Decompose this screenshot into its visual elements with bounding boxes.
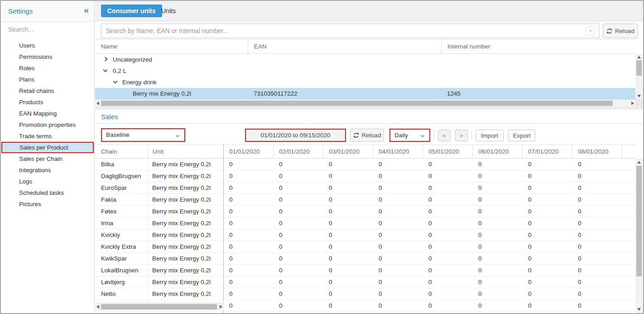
unit-name: Berry mix Energy 0,2l (152, 253, 211, 264)
scroll-up-arrow-icon[interactable] (637, 161, 641, 164)
sidebar-item-products[interactable]: Products (1, 97, 94, 108)
scroll-left-arrow-icon[interactable] (96, 305, 99, 309)
reload-products-button[interactable]: Reload (603, 24, 638, 38)
sales-table-row[interactable]: KvicklyBerry mix Energy 0,2l00000000 (95, 229, 635, 241)
sales-value-cell: 0 (279, 170, 283, 182)
frozen-pane-divider (223, 145, 224, 313)
sales-value-cell: 0 (528, 229, 532, 241)
reload-sales-button[interactable]: Reload (350, 129, 384, 142)
sidebar-item-promotion-properties[interactable]: Promotion properties (1, 119, 94, 130)
scrollbar-thumb[interactable] (636, 166, 642, 276)
sales-table-row[interactable]: FaktaBerry mix Energy 0,2l00000000 (95, 194, 635, 206)
sidebar-item-scheduled-tasks[interactable]: Scheduled tasks (1, 187, 94, 198)
sidebar-item-sales-per-product[interactable]: Sales per Product (1, 142, 94, 153)
sales-table-row[interactable]: EuroSparBerry mix Energy 0,2l00000000 (95, 182, 635, 194)
dataset-select[interactable]: Baseline (101, 128, 185, 142)
collapse-sidebar-icon[interactable]: « (84, 5, 89, 15)
unit-name: Berry mix Energy 0,2l (152, 159, 211, 170)
sales-value-cell: 0 (578, 194, 582, 205)
scroll-up-arrow-icon[interactable] (637, 56, 641, 58)
column-header-date[interactable]: 08/01/2020 (572, 145, 622, 159)
column-header-date[interactable]: 07/01/2020 (523, 145, 572, 159)
column-header-name[interactable]: Name (95, 39, 248, 54)
export-button[interactable]: Export (508, 130, 535, 141)
sales-table-row[interactable]: LøvbjergBerry mix Energy 0,2l00000000 (95, 276, 635, 288)
sales-table-row[interactable]: NettoBerry mix Energy 0,2l00000000 (95, 288, 635, 300)
sidebar-item-retail-chains[interactable]: Retail chains (1, 85, 94, 97)
sales-value-cell: 0 (478, 159, 482, 170)
tab-units[interactable]: Units (155, 5, 182, 17)
sidebar-item-pictures[interactable]: Pictures (1, 198, 94, 210)
sales-value-cell: 0 (578, 182, 582, 193)
scroll-down-arrow-icon[interactable] (637, 95, 641, 97)
product-tree-row[interactable]: Uncategorized (95, 54, 635, 65)
tab-consumer-units[interactable]: Consumer units (101, 5, 162, 17)
column-header-date[interactable]: 01/01/2020 (224, 145, 274, 159)
column-header-unit[interactable]: Unit (148, 145, 223, 159)
product-table-horizontal-scrollbar[interactable] (95, 99, 635, 106)
sidebar-item-users[interactable]: Users (1, 40, 94, 51)
sales-table-row[interactable]: Kvickly ExtraBerry mix Energy 0,2l000000… (95, 241, 635, 253)
collapse-chevron-icon[interactable] (103, 68, 108, 72)
scrollbar-thumb[interactable] (101, 304, 217, 309)
sales-table-row[interactable]: BilkaBerry mix Energy 0,2l00000000 (95, 159, 635, 170)
product-search-input[interactable] (101, 24, 599, 38)
sales-value-cell: 0 (528, 194, 532, 205)
column-header-date[interactable]: 06/01/2020 (473, 145, 523, 159)
import-button[interactable]: Import (476, 130, 504, 141)
sales-value-cell: 0 (379, 170, 382, 182)
column-header-internal-number[interactable]: Internal number (441, 39, 635, 54)
sales-value-cell: 0 (478, 241, 482, 252)
date-range-picker[interactable]: 01/01/2020 to 09/15/2020 (245, 129, 346, 142)
scroll-right-arrow-icon[interactable] (631, 101, 634, 105)
product-name: Energy drink (122, 77, 157, 88)
period-select[interactable]: Daily (389, 129, 430, 142)
product-table-vertical-scrollbar[interactable] (635, 54, 643, 99)
scrollbar-thumb[interactable] (101, 101, 613, 106)
column-header-chain[interactable]: Chain (95, 145, 148, 159)
product-tree-row[interactable]: Energy drink (95, 77, 635, 88)
sales-toolbar: Baseline 01/01/2020 to 09/15/2020 Reload… (95, 124, 643, 145)
column-header-date[interactable]: 03/01/2020 (323, 145, 373, 159)
sidebar-item-plans[interactable]: Plans (1, 74, 94, 85)
product-tree-row[interactable]: 0,2 L (95, 65, 635, 77)
column-header-date[interactable]: 05/01/2020 (423, 145, 473, 159)
previous-period-button[interactable]: < (438, 130, 451, 141)
product-name: 0,2 L (113, 65, 126, 77)
sidebar-item-integrations[interactable]: Integrations (1, 164, 94, 176)
column-header-date[interactable]: 04/01/2020 (373, 145, 423, 159)
scrollbar-corner (635, 99, 643, 106)
sales-value-cell: 0 (478, 206, 482, 217)
sidebar-item-sales-per-chain[interactable]: Sales per Chain (1, 153, 94, 164)
scroll-down-arrow-icon[interactable] (637, 308, 641, 311)
product-tree-row[interactable]: Berry mix Energy 0,2l73103501172221245 (95, 88, 635, 99)
chain-name: Føtex (101, 206, 117, 217)
scrollbar-thumb[interactable] (636, 60, 642, 76)
sales-table-row[interactable]: FøtexBerry mix Energy 0,2l00000000 (95, 206, 635, 217)
sales-table-vertical-scrollbar[interactable] (635, 159, 643, 313)
sales-table-row[interactable]: IrmaBerry mix Energy 0,2l00000000 (95, 217, 635, 229)
chain-name: Kvickly Extra (101, 241, 136, 252)
next-period-button[interactable]: > (455, 130, 468, 141)
sidebar-search-input[interactable] (8, 26, 87, 33)
sidebar-item-logs[interactable]: Logs (1, 176, 94, 187)
sidebar-item-trade-terms[interactable]: Trade terms (1, 130, 94, 142)
expand-chevron-icon[interactable] (103, 57, 108, 62)
sales-table-row[interactable]: DagligBrugsenBerry mix Energy 0,2l000000… (95, 170, 635, 182)
sales-value-cell: 0 (229, 170, 233, 182)
collapse-chevron-icon[interactable] (113, 79, 118, 84)
sales-value-cell: 0 (329, 229, 332, 241)
sales-table-row[interactable]: KwikSparBerry mix Energy 0,2l00000000 (95, 253, 635, 265)
scroll-right-arrow-icon[interactable] (220, 305, 222, 309)
sidebar-item-ean-mapping[interactable]: EAN Mapping (1, 108, 94, 119)
column-header-date[interactable]: 02/01/2020 (274, 145, 323, 159)
sales-value-cell: 0 (578, 159, 582, 170)
scroll-left-arrow-icon[interactable] (96, 101, 99, 105)
clear-search-icon[interactable]: × (586, 26, 596, 36)
sales-value-cell: 0 (578, 265, 582, 276)
sales-table-horizontal-scrollbar[interactable] (95, 303, 224, 310)
sidebar-item-roles[interactable]: Roles (1, 63, 94, 74)
sidebar-item-permissions[interactable]: Permissions (1, 51, 94, 63)
sales-table-row[interactable]: LokalBrugsenBerry mix Energy 0,2l0000000… (95, 265, 635, 276)
column-header-ean[interactable]: EAN (248, 39, 441, 54)
